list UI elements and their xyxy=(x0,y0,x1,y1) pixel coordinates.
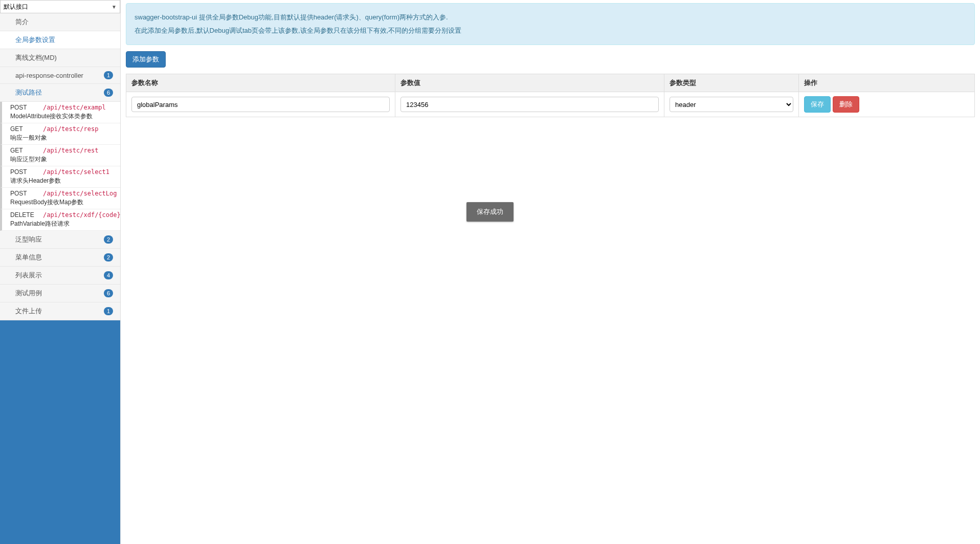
count-badge: 6 xyxy=(104,289,113,297)
api-group-select[interactable]: 默认接口 xyxy=(4,3,117,10)
api-desc: PathVariable路径请求 xyxy=(10,220,116,228)
app-root: 默认接口 ▼ 简介 全局参数设置 离线文档(MD) api-response-c… xyxy=(0,0,980,544)
sidebar-item-list-display[interactable]: 列表展示 4 xyxy=(0,267,120,285)
col-header-actions: 操作 xyxy=(799,74,975,92)
count-badge: 2 xyxy=(104,253,113,262)
api-list-item[interactable]: DELETE/api/testc/xdf/{code} PathVariable… xyxy=(0,209,120,231)
count-badge: 6 xyxy=(104,89,113,97)
col-header-type: 参数类型 xyxy=(664,74,799,92)
api-method: POST xyxy=(10,190,38,197)
api-path: /api/testc/selectLog xyxy=(43,190,117,197)
api-path: /api/testc/select1 xyxy=(43,168,109,176)
params-table: 参数名称 参数值 参数类型 操作 header xyxy=(126,74,975,117)
toast-text: 保存成功 xyxy=(477,208,503,215)
api-path: /api/testc/rest xyxy=(43,147,98,154)
sidebar-item-menu-info[interactable]: 菜单信息 2 xyxy=(0,249,120,267)
delete-button[interactable]: 删除 xyxy=(833,96,859,113)
api-list-item[interactable]: POST/api/testc/selectLog RequestBody接收Ma… xyxy=(0,188,120,209)
table-row: header query 保存 删除 xyxy=(126,92,975,117)
info-alert-line: 在此添加全局参数后,默认Debug调试tab页会带上该参数,该全局参数只在该分组… xyxy=(135,24,966,37)
api-desc: ModelAttribute接收实体类参数 xyxy=(10,112,116,121)
api-list-item[interactable]: POST/api/testc/select1 请求头Header参数 xyxy=(0,166,120,188)
sidebar-item-label: 菜单信息 xyxy=(15,253,42,262)
count-badge: 1 xyxy=(104,71,113,79)
api-desc: 响应泛型对象 xyxy=(10,155,116,164)
sidebar-item-api-response-controller[interactable]: api-response-controller 1 xyxy=(0,67,120,84)
toast-message: 保存成功 xyxy=(466,202,514,222)
sidebar-fill xyxy=(0,320,120,544)
api-method: POST xyxy=(10,168,38,176)
api-method: GET xyxy=(10,125,38,133)
sidebar-item-label: 简介 xyxy=(15,17,29,27)
sidebar-item-global-params[interactable]: 全局参数设置 xyxy=(0,31,120,49)
sidebar-item-test-path[interactable]: 测试路径 6 xyxy=(0,84,120,102)
param-value-input[interactable] xyxy=(400,97,659,112)
api-method: DELETE xyxy=(10,211,38,219)
api-list: POST/api/testc/exampl ModelAttribute接收实体… xyxy=(0,102,120,231)
api-desc: RequestBody接收Map参数 xyxy=(10,198,116,207)
sidebar-item-intro[interactable]: 简介 xyxy=(0,13,120,31)
sidebar-item-generic-response[interactable]: 泛型响应 2 xyxy=(0,231,120,249)
api-method: GET xyxy=(10,147,38,154)
sidebar-item-label: 测试用例 xyxy=(15,289,42,298)
save-button[interactable]: 保存 xyxy=(804,96,831,113)
api-group-select-wrap: 默认接口 ▼ xyxy=(0,0,120,13)
sidebar-item-label: 泛型响应 xyxy=(15,235,42,244)
api-list-item[interactable]: GET/api/testc/rest 响应泛型对象 xyxy=(0,145,120,166)
count-badge: 4 xyxy=(104,271,113,279)
api-method: POST xyxy=(10,104,38,111)
col-header-value: 参数值 xyxy=(395,74,664,92)
sidebar-item-offline-doc[interactable]: 离线文档(MD) xyxy=(0,49,120,67)
toolbar: 添加参数 xyxy=(126,51,975,68)
count-badge: 2 xyxy=(104,235,113,244)
sidebar-item-file-upload[interactable]: 文件上传 1 xyxy=(0,302,120,320)
sidebar-nav-groups: 泛型响应 2 菜单信息 2 列表展示 4 测试用例 6 文件上传 1 xyxy=(0,231,120,320)
sidebar-item-test-case[interactable]: 测试用例 6 xyxy=(0,285,120,302)
count-badge: 1 xyxy=(104,307,113,315)
sidebar-item-label: 文件上传 xyxy=(15,307,42,316)
sidebar-item-label: 离线文档(MD) xyxy=(15,53,57,62)
sidebar-item-label: 列表展示 xyxy=(15,271,42,280)
info-alert-line: swagger-bootstrap-ui 提供全局参数Debug功能,目前默认提… xyxy=(135,11,966,24)
sidebar-item-label: 测试路径 xyxy=(15,88,42,97)
api-desc: 响应一般对象 xyxy=(10,134,116,142)
api-path: /api/testc/resp xyxy=(43,125,98,133)
main-content: swagger-bootstrap-ui 提供全局参数Debug功能,目前默认提… xyxy=(121,0,980,544)
add-param-button[interactable]: 添加参数 xyxy=(126,51,166,68)
col-header-name: 参数名称 xyxy=(126,74,395,92)
sidebar-item-label: api-response-controller xyxy=(15,72,83,79)
param-type-select[interactable]: header query xyxy=(670,97,793,112)
info-alert: swagger-bootstrap-ui 提供全局参数Debug功能,目前默认提… xyxy=(126,3,975,45)
sidebar: 默认接口 ▼ 简介 全局参数设置 离线文档(MD) api-response-c… xyxy=(0,0,121,544)
api-list-item[interactable]: POST/api/testc/exampl ModelAttribute接收实体… xyxy=(0,102,120,123)
sidebar-item-label: 全局参数设置 xyxy=(15,35,55,45)
api-desc: 请求头Header参数 xyxy=(10,177,116,185)
sidebar-nav: 简介 全局参数设置 离线文档(MD) api-response-controll… xyxy=(0,13,120,102)
param-name-input[interactable] xyxy=(131,97,390,112)
api-path: /api/testc/exampl xyxy=(43,104,106,111)
api-list-item[interactable]: GET/api/testc/resp 响应一般对象 xyxy=(0,123,120,145)
api-path: /api/testc/xdf/{code} xyxy=(43,211,121,219)
